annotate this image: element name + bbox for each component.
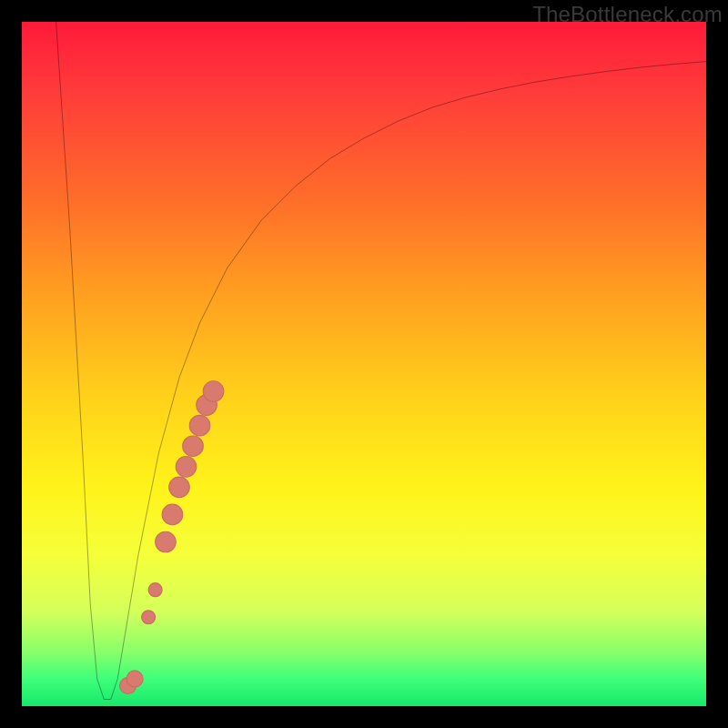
chart-svg [22,22,706,706]
data-marker [126,671,143,687]
data-marker [189,415,210,436]
plot-area [22,22,706,706]
chart-frame: TheBottleneck.com [0,0,728,728]
data-marker [162,504,183,525]
bottleneck-curve [56,22,706,699]
watermark-text: TheBottleneck.com [532,2,723,27]
data-marker [142,611,156,624]
data-marker [176,457,197,478]
data-marker [183,436,204,457]
data-marker [148,583,162,597]
data-marker [169,477,190,498]
marker-group [120,381,224,694]
data-marker [156,531,177,552]
data-marker [203,381,224,402]
